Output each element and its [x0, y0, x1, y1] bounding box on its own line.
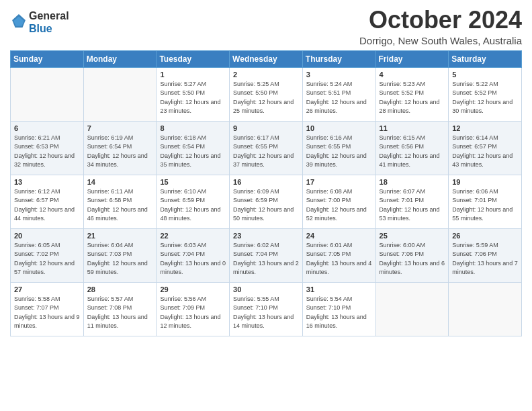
day-cell: 5Sunrise: 5:22 AM Sunset: 5:52 PM Daylig…: [449, 67, 522, 121]
day-cell: 24Sunrise: 6:01 AM Sunset: 7:05 PM Dayli…: [302, 228, 375, 282]
location-subtitle: Dorrigo, New South Wales, Australia: [359, 35, 522, 46]
month-title: October 2024: [359, 7, 522, 34]
day-info: Sunrise: 6:07 AM Sunset: 7:01 PM Dayligh…: [380, 187, 445, 224]
week-row-1: 1Sunrise: 5:27 AM Sunset: 5:50 PM Daylig…: [11, 67, 522, 121]
weekday-header-friday: Friday: [375, 50, 449, 67]
weekday-header-thursday: Thursday: [302, 50, 375, 67]
day-cell: 23Sunrise: 6:02 AM Sunset: 7:04 PM Dayli…: [230, 228, 303, 282]
day-cell: [375, 282, 449, 336]
week-row-3: 13Sunrise: 6:12 AM Sunset: 6:57 PM Dayli…: [11, 175, 522, 228]
day-number: 28: [87, 285, 153, 293]
day-info: Sunrise: 6:00 AM Sunset: 7:06 PM Dayligh…: [380, 241, 445, 277]
day-number: 5: [452, 71, 518, 79]
day-info: Sunrise: 5:54 AM Sunset: 7:10 PM Dayligh…: [306, 295, 372, 331]
day-info: Sunrise: 5:58 AM Sunset: 7:07 PM Dayligh…: [14, 295, 80, 331]
day-cell: [83, 67, 157, 121]
day-info: Sunrise: 5:55 AM Sunset: 7:10 PM Dayligh…: [233, 295, 299, 331]
day-info: Sunrise: 5:25 AM Sunset: 5:50 PM Dayligh…: [233, 80, 299, 116]
day-cell: 18Sunrise: 6:07 AM Sunset: 7:01 PM Dayli…: [375, 175, 449, 228]
day-number: 3: [306, 71, 372, 79]
day-info: Sunrise: 6:15 AM Sunset: 6:56 PM Dayligh…: [380, 134, 445, 170]
day-cell: 11Sunrise: 6:15 AM Sunset: 6:56 PM Dayli…: [375, 121, 449, 175]
day-number: 30: [233, 285, 299, 293]
weekday-header-wednesday: Wednesday: [230, 50, 303, 67]
day-cell: 31Sunrise: 5:54 AM Sunset: 7:10 PM Dayli…: [302, 282, 375, 336]
day-number: 31: [306, 285, 372, 293]
day-number: 15: [160, 178, 226, 186]
day-number: 20: [14, 232, 80, 240]
day-cell: 28Sunrise: 5:57 AM Sunset: 7:08 PM Dayli…: [83, 282, 157, 336]
day-cell: 1Sunrise: 5:27 AM Sunset: 5:50 PM Daylig…: [157, 67, 230, 121]
day-info: Sunrise: 6:02 AM Sunset: 7:04 PM Dayligh…: [233, 241, 299, 277]
day-info: Sunrise: 6:12 AM Sunset: 6:57 PM Dayligh…: [14, 187, 80, 224]
day-info: Sunrise: 5:23 AM Sunset: 5:52 PM Dayligh…: [380, 80, 445, 116]
day-info: Sunrise: 6:11 AM Sunset: 6:58 PM Dayligh…: [87, 187, 153, 224]
day-info: Sunrise: 5:22 AM Sunset: 5:52 PM Dayligh…: [452, 80, 518, 116]
day-number: 4: [380, 71, 445, 79]
day-number: 10: [306, 124, 372, 132]
weekday-header-sunday: Sunday: [11, 50, 84, 67]
day-info: Sunrise: 6:16 AM Sunset: 6:55 PM Dayligh…: [306, 134, 372, 170]
day-cell: 14Sunrise: 6:11 AM Sunset: 6:58 PM Dayli…: [83, 175, 157, 228]
day-cell: 2Sunrise: 5:25 AM Sunset: 5:50 PM Daylig…: [230, 67, 303, 121]
day-number: 21: [87, 232, 153, 240]
day-number: 19: [452, 178, 518, 186]
day-info: Sunrise: 5:27 AM Sunset: 5:50 PM Dayligh…: [160, 80, 226, 116]
day-cell: 4Sunrise: 5:23 AM Sunset: 5:52 PM Daylig…: [375, 67, 449, 121]
day-number: 11: [380, 124, 445, 132]
day-number: 7: [87, 124, 153, 132]
day-info: Sunrise: 5:24 AM Sunset: 5:51 PM Dayligh…: [306, 80, 372, 116]
day-info: Sunrise: 6:18 AM Sunset: 6:54 PM Dayligh…: [160, 134, 226, 170]
week-row-2: 6Sunrise: 6:21 AM Sunset: 6:53 PM Daylig…: [11, 121, 522, 175]
day-cell: 7Sunrise: 6:19 AM Sunset: 6:54 PM Daylig…: [83, 121, 157, 175]
day-number: 24: [306, 232, 372, 240]
day-number: 26: [452, 232, 518, 240]
day-cell: 3Sunrise: 5:24 AM Sunset: 5:51 PM Daylig…: [302, 67, 375, 121]
day-number: 16: [233, 178, 299, 186]
day-cell: 30Sunrise: 5:55 AM Sunset: 7:10 PM Dayli…: [230, 282, 303, 336]
day-number: 22: [160, 232, 226, 240]
day-cell: 22Sunrise: 6:03 AM Sunset: 7:04 PM Dayli…: [157, 228, 230, 282]
day-cell: 6Sunrise: 6:21 AM Sunset: 6:53 PM Daylig…: [11, 121, 84, 175]
day-cell: 27Sunrise: 5:58 AM Sunset: 7:07 PM Dayli…: [11, 282, 84, 336]
day-number: 23: [233, 232, 299, 240]
weekday-header-tuesday: Tuesday: [157, 50, 230, 67]
day-info: Sunrise: 6:19 AM Sunset: 6:54 PM Dayligh…: [87, 134, 153, 170]
day-cell: 19Sunrise: 6:06 AM Sunset: 7:01 PM Dayli…: [449, 175, 522, 228]
day-cell: 26Sunrise: 5:59 AM Sunset: 7:06 PM Dayli…: [449, 228, 522, 282]
logo: General Blue: [10, 9, 69, 35]
day-cell: 8Sunrise: 6:18 AM Sunset: 6:54 PM Daylig…: [157, 121, 230, 175]
day-cell: 17Sunrise: 6:08 AM Sunset: 7:00 PM Dayli…: [302, 175, 375, 228]
day-cell: 16Sunrise: 6:09 AM Sunset: 6:59 PM Dayli…: [230, 175, 303, 228]
week-row-4: 20Sunrise: 6:05 AM Sunset: 7:02 PM Dayli…: [11, 228, 522, 282]
day-cell: 10Sunrise: 6:16 AM Sunset: 6:55 PM Dayli…: [302, 121, 375, 175]
weekday-header-monday: Monday: [83, 50, 157, 67]
day-number: 6: [14, 124, 80, 132]
day-info: Sunrise: 6:05 AM Sunset: 7:02 PM Dayligh…: [14, 241, 80, 277]
week-row-5: 27Sunrise: 5:58 AM Sunset: 7:07 PM Dayli…: [11, 282, 522, 336]
day-number: 12: [452, 124, 518, 132]
day-info: Sunrise: 5:59 AM Sunset: 7:06 PM Dayligh…: [452, 241, 518, 277]
day-info: Sunrise: 6:08 AM Sunset: 7:00 PM Dayligh…: [306, 187, 372, 224]
day-cell: 12Sunrise: 6:14 AM Sunset: 6:57 PM Dayli…: [449, 121, 522, 175]
day-info: Sunrise: 5:56 AM Sunset: 7:09 PM Dayligh…: [160, 295, 226, 331]
day-info: Sunrise: 6:21 AM Sunset: 6:53 PM Dayligh…: [14, 134, 80, 170]
day-number: 17: [306, 178, 372, 186]
day-info: Sunrise: 6:10 AM Sunset: 6:59 PM Dayligh…: [160, 187, 226, 224]
weekday-header-saturday: Saturday: [449, 50, 522, 67]
day-info: Sunrise: 6:17 AM Sunset: 6:55 PM Dayligh…: [233, 134, 299, 170]
day-number: 8: [160, 124, 226, 132]
day-cell: [11, 67, 84, 121]
calendar-table: SundayMondayTuesdayWednesdayThursdayFrid…: [10, 50, 522, 336]
day-info: Sunrise: 6:14 AM Sunset: 6:57 PM Dayligh…: [452, 134, 518, 170]
day-number: 2: [233, 71, 299, 79]
day-cell: 29Sunrise: 5:56 AM Sunset: 7:09 PM Dayli…: [157, 282, 230, 336]
day-cell: 9Sunrise: 6:17 AM Sunset: 6:55 PM Daylig…: [230, 121, 303, 175]
day-info: Sunrise: 6:09 AM Sunset: 6:59 PM Dayligh…: [233, 187, 299, 224]
day-number: 14: [87, 178, 153, 186]
day-number: 1: [160, 71, 226, 79]
day-cell: 25Sunrise: 6:00 AM Sunset: 7:06 PM Dayli…: [375, 228, 449, 282]
day-number: 18: [380, 178, 445, 186]
day-number: 25: [380, 232, 445, 240]
day-info: Sunrise: 6:03 AM Sunset: 7:04 PM Dayligh…: [160, 241, 226, 277]
